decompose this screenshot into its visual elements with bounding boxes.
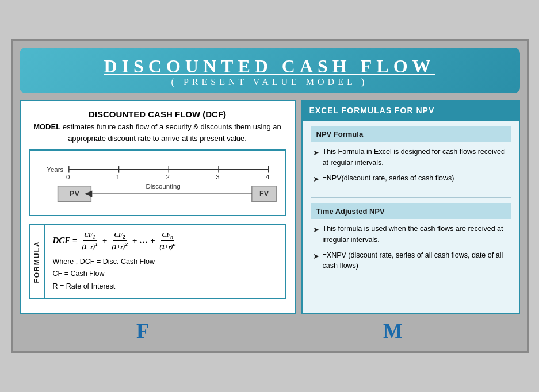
svg-text:0: 0 [66,174,70,180]
dcf-title-text: DISCOUNTED CASH FLOW (DCF) [89,109,226,119]
xnpv-section-content: ➤ This formula is used when the cash flo… [311,224,511,271]
dcf-model-bold: MODEL [33,122,60,131]
timeline-box: Years 0 1 2 3 4 PV FV Discounting [29,149,286,216]
npv-formula-section: NPV Formula ➤ This Formula in Excel is d… [303,121,519,195]
footer-row: F M [20,314,520,344]
formula-note-r: R = Rate of Interest [53,280,277,293]
npv-bullet-1: ➤ This Formula in Excel is designed for … [313,147,509,168]
npv-bullet-2: ➤ =NPV(discount rate, series of cash flo… [313,173,509,185]
svg-text:3: 3 [216,174,219,180]
footer-letter-m: M [383,319,403,343]
main-container: DISCOUNTED CASH FLOW ( PRESENT VALUE MOD… [11,39,529,353]
main-title: DISCOUNTED CASH FLOW [31,56,509,77]
dcf-equals: DCF = [53,236,80,245]
xnpv-bullet-1: ➤ This formula is used when the cash flo… [313,224,509,245]
npv-section-content: ➤ This Formula in Excel is designed for … [311,147,511,185]
sub-title: ( PRESENT VALUE MODEL ) [31,77,509,87]
fraction-n: CFn (1+r)n [158,231,177,250]
formula-note-cf: CF = Cash Flow [53,268,277,280]
bullet-arrow-2: ➤ [313,174,319,185]
footer-letter-f: F [136,319,149,343]
svg-text:1: 1 [116,174,119,180]
svg-text:PV: PV [70,190,79,198]
title-box: DISCOUNTED CASH FLOW ( PRESENT VALUE MOD… [20,48,520,93]
timeline-diagram: Years 0 1 2 3 4 PV FV Discounting [36,156,280,208]
bullet-arrow-1: ➤ [313,147,319,159]
dcf-heading: DISCOUNTED CASH FLOW (DCF) [29,109,286,119]
formula-math: DCF = CF1 (1+r)1 + CF2 (1+r)2 + … + [53,231,277,250]
svg-text:FV: FV [259,190,269,198]
dcf-description: MODEL estimates future cash flow of a se… [29,121,286,144]
npv-bullet-1-text: This Formula in Excel is designed for ca… [323,147,509,168]
formula-content: DCF = CF1 (1+r)1 + CF2 (1+r)2 + … + [45,224,286,299]
bullet-arrow-3: ➤ [313,224,319,236]
npv-section-title: NPV Formula [311,126,511,142]
xnpv-section-title: Time Adjusted NPV [311,203,511,219]
right-body: NPV Formula ➤ This Formula in Excel is d… [301,121,520,314]
fraction-1: CF1 (1+r)1 [81,231,99,250]
svg-text:2: 2 [166,174,169,180]
xnpv-bullet-2: ➤ =XNPV (discount rate, series of all ca… [313,250,509,272]
formula-section: FORMULA DCF = CF1 (1+r)1 + CF2 (1+r)2 [29,224,286,299]
svg-text:Years: Years [47,166,63,173]
right-header: EXCEL FORMULAS FOR NPV [301,100,520,121]
xnpv-bullet-2-text: =XNPV (discount rate, series of all cash… [323,250,509,272]
content-row: DISCOUNTED CASH FLOW (DCF) MODEL estimat… [20,100,520,314]
npv-bullet-2-text: =NPV(discount rate, series of cash flows… [323,173,454,184]
formula-notes: Where , DCF = Disc. Cash Flow CF = Cash … [53,256,277,293]
svg-text:4: 4 [265,174,269,180]
formula-note-dcf: Where , DCF = Disc. Cash Flow [53,256,277,268]
xnpv-bullet-1-text: This formula is used when the cash flows… [323,224,509,245]
svg-text:Discounting: Discounting [146,183,180,190]
bullet-arrow-4: ➤ [313,251,319,262]
dcf-model-text: estimates future cash flow of a security… [60,122,281,143]
xnpv-section: Time Adjusted NPV ➤ This formula is used… [303,198,519,282]
fraction-2: CF2 (1+r)2 [110,231,129,250]
left-panel: DISCOUNTED CASH FLOW (DCF) MODEL estimat… [20,100,296,314]
formula-label: FORMULA [29,224,45,299]
right-panel: EXCEL FORMULAS FOR NPV NPV Formula ➤ Thi… [301,100,520,314]
